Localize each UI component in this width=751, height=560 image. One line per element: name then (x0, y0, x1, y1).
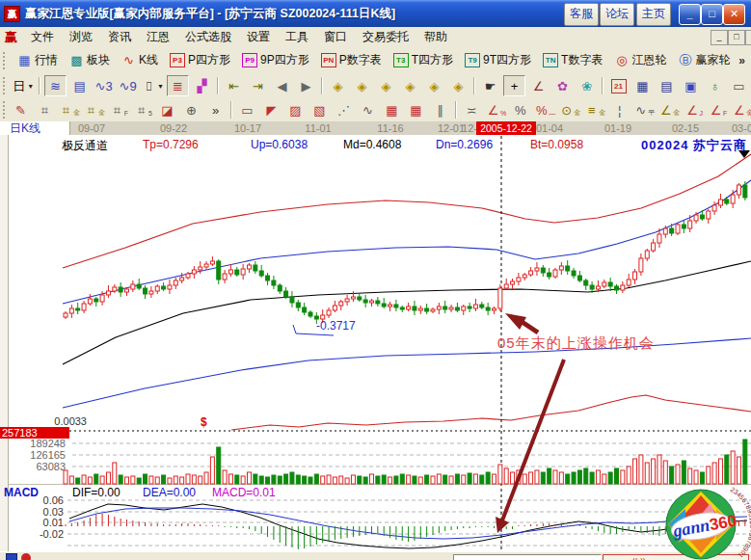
menu-工具[interactable]: 工具 (278, 27, 316, 47)
overlay-style-button[interactable]: ≋ (44, 75, 67, 96)
j-angle-button[interactable]: ∠J (683, 99, 705, 120)
candle-style-button[interactable]: ⌷▼ (141, 75, 165, 96)
forum-button[interactable]: 论坛 (600, 3, 634, 26)
p-square-button[interactable]: P3P四方形 (165, 49, 235, 71)
menu-logo-icon: 赢 (0, 29, 23, 46)
line-percent-button[interactable]: %— (533, 99, 556, 120)
kline-button[interactable]: ∿K线 (117, 49, 163, 71)
menu-公式选股[interactable]: 公式选股 (177, 27, 239, 47)
brush-tool-button[interactable]: ✎ (10, 99, 32, 120)
circle-tool-button[interactable]: ⊕ (180, 99, 202, 120)
angle-measure-button[interactable]: ∠ (527, 75, 550, 96)
child-close-button[interactable]: × (745, 30, 751, 45)
sectors-button[interactable]: ▩板块 (65, 49, 115, 71)
winner-wheel-button[interactable]: Ⓑ赢家轮 (673, 49, 735, 71)
toolbar-grip[interactable] (3, 77, 6, 94)
box-tool-button[interactable]: ▭ (236, 99, 258, 120)
tab-daily-kline[interactable]: 日K线 (0, 121, 70, 135)
diamond-left-icon: ◈ (331, 79, 345, 93)
hand-tool-button[interactable]: ☛ (479, 75, 501, 96)
gann-flower-button[interactable]: ✿ (551, 75, 574, 96)
notes-button[interactable]: ▤ (656, 75, 678, 96)
menu-帮助[interactable]: 帮助 (416, 27, 455, 47)
prev-button[interactable]: ◀ (271, 75, 293, 96)
trend-arrows-button[interactable]: ⋰ (333, 99, 355, 120)
customer-service-button[interactable]: 客服 (564, 3, 599, 26)
p-table-button[interactable]: PNP数字表 (316, 49, 387, 71)
toolbar-grip[interactable] (3, 101, 5, 119)
save-button[interactable]: ▣ (680, 75, 702, 96)
last-page-button[interactable]: ⇥ (247, 75, 269, 96)
f-grid-button[interactable]: ⌗F (108, 99, 130, 120)
five-grid-button[interactable]: ⌗5 (132, 99, 154, 120)
menu-资讯[interactable]: 资讯 (100, 27, 139, 47)
menu-设置[interactable]: 设置 (239, 27, 278, 47)
menu-交易委托[interactable]: 交易委托 (355, 27, 416, 47)
golden-grid2-button[interactable]: ⌗金 (83, 99, 106, 120)
angle-percent-button[interactable]: ∠% (485, 99, 507, 120)
network-button[interactable]: ♁ (704, 75, 726, 96)
red-grid2-button[interactable]: ▦ (405, 99, 427, 120)
trend-color-button[interactable]: ▞ (191, 75, 213, 96)
print-button[interactable]: ▭ (728, 75, 750, 96)
golden-circle-button[interactable]: ⊙金 (558, 99, 581, 120)
child-minimize-button[interactable]: _ (711, 30, 728, 45)
percent-button[interactable]: % (509, 99, 531, 120)
compress-button[interactable]: ◈ (447, 75, 469, 96)
candlestick-icon: ∿ (121, 53, 136, 67)
toolbar-grip[interactable] (3, 52, 8, 69)
crosshair-tool-button[interactable]: + (503, 75, 525, 96)
gold-angle2-button[interactable]: ∠金 (731, 99, 751, 120)
status-input[interactable] (453, 554, 602, 560)
info-panel-button[interactable]: ▤ (68, 75, 91, 96)
t-square-button[interactable]: T3T四方形 (389, 49, 458, 71)
zoom-in-button[interactable]: ◈ (375, 75, 397, 96)
f-angle-button[interactable]: ∠F (707, 99, 729, 120)
shift-left-button[interactable]: ◈ (327, 75, 349, 96)
more-draw-tools-button[interactable]: » (204, 99, 227, 120)
crossed-box-button[interactable]: ▧ (308, 99, 331, 120)
wave9-button[interactable]: ∿9 (117, 75, 139, 96)
expand-button[interactable]: ◈ (423, 75, 445, 96)
ratio-tool-button[interactable]: ≍ (461, 99, 483, 120)
first-page-button[interactable]: ⇤ (223, 75, 245, 96)
golden-angle-button[interactable]: ∠金 (657, 99, 681, 120)
close-button[interactable]: ✕ (723, 4, 745, 25)
shift-right-button[interactable]: ◈ (351, 75, 373, 96)
menu-浏览[interactable]: 浏览 (62, 27, 100, 47)
golden-grid-button[interactable]: ⌗金 (58, 99, 81, 120)
maximize-button[interactable]: □ (701, 4, 723, 25)
candle-mark-button[interactable]: ¦ (608, 99, 630, 120)
calculator-button[interactable]: ▦ (631, 75, 654, 96)
shaded-box-button[interactable]: ▨ (284, 99, 307, 120)
golden-line-button[interactable]: ≡金 (583, 99, 606, 120)
calendar-button[interactable]: 21 (607, 75, 630, 96)
menu-文件[interactable]: 文件 (23, 27, 62, 47)
zoom-out-button[interactable]: ◈ (399, 75, 421, 96)
quotes-button[interactable]: ▦行情 (13, 49, 63, 71)
minimize-button[interactable]: _ (679, 4, 701, 25)
gann-text-button[interactable]: ≣ (167, 75, 189, 96)
grid-tool-button[interactable]: ⌗ (34, 99, 56, 120)
period-select-button[interactable]: 日▼ (11, 75, 35, 96)
t9-square-button[interactable]: T99T四方形 (460, 49, 536, 71)
child-restore-button[interactable]: □ (728, 30, 745, 45)
wave-level-button[interactable]: ∿平 (632, 99, 656, 120)
eraser-button[interactable]: ◪ (156, 99, 178, 120)
toolbar-overflow-button[interactable]: » (738, 54, 745, 67)
zigzag-button[interactable]: ∿ (357, 99, 379, 120)
homepage-button[interactable]: 主页 (636, 3, 671, 26)
next-button[interactable]: ▶ (295, 75, 317, 96)
menu-江恩[interactable]: 江恩 (139, 27, 177, 47)
gann-fan-button[interactable]: ◤ (260, 99, 282, 120)
wave3-button[interactable]: ∿3 (93, 75, 115, 96)
p9-square-button[interactable]: P99P四方形 (237, 49, 314, 71)
menu-窗口[interactable]: 窗口 (316, 27, 355, 47)
pattern-tool-button[interactable]: ❀ (576, 75, 598, 96)
t-table-button[interactable]: TNT数字表 (538, 49, 607, 71)
red-grid-button[interactable]: ▦ (381, 99, 403, 120)
golden-circle-icon: ⊙ (559, 103, 574, 118)
parallel-lines-button[interactable]: ∥ (429, 99, 451, 120)
gann-wheel-button[interactable]: ◎江恩轮 (609, 49, 671, 71)
bottom-scale-value: 0.0033 (29, 415, 87, 427)
